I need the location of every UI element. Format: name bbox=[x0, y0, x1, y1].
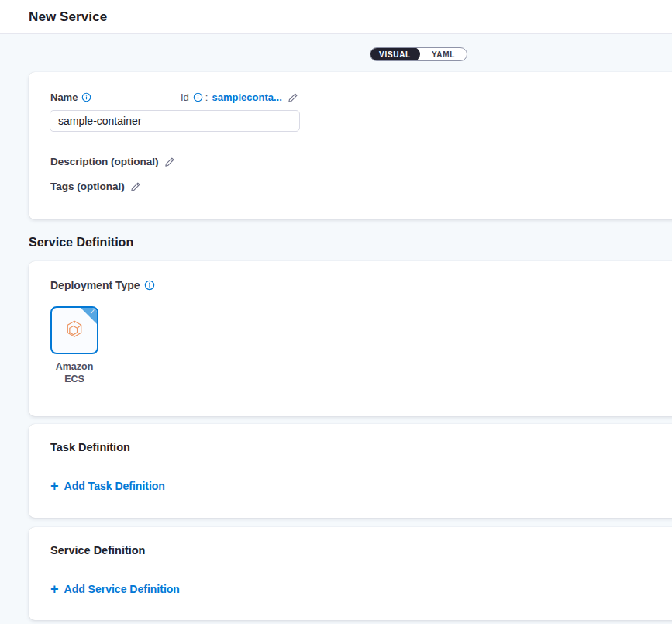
add-service-definition-button[interactable]: + Add Service Definition bbox=[50, 583, 180, 595]
add-task-definition-label: Add Task Definition bbox=[64, 480, 165, 492]
check-icon: ✓ bbox=[89, 308, 95, 315]
edit-id-icon[interactable] bbox=[288, 92, 298, 103]
deployment-type-info-icon[interactable] bbox=[144, 280, 155, 291]
deployment-type-label: Deployment Type bbox=[50, 279, 140, 291]
task-definition-heading: Task Definition bbox=[50, 441, 130, 453]
add-task-definition-button[interactable]: + Add Task Definition bbox=[50, 480, 165, 492]
deployment-type-label-row: Deployment Type bbox=[50, 279, 155, 291]
tags-label: Tags (optional) bbox=[50, 181, 125, 192]
name-input[interactable] bbox=[50, 110, 300, 132]
name-info-icon[interactable] bbox=[81, 92, 91, 102]
description-label: Description (optional) bbox=[50, 156, 159, 167]
service-definition-card-heading: Service Definition bbox=[50, 544, 145, 557]
id-row: Id : sampleconta... bbox=[181, 91, 298, 103]
id-label: Id bbox=[181, 91, 189, 103]
visual-yaml-toggle: VISUAL YAML bbox=[370, 47, 467, 61]
tags-row: Tags (optional) bbox=[50, 181, 141, 192]
page-title: New Service bbox=[29, 9, 107, 25]
add-service-definition-label: Add Service Definition bbox=[64, 583, 180, 595]
page-header: New Service bbox=[0, 0, 672, 34]
name-label: Name bbox=[50, 91, 78, 103]
deployment-type-amazon-ecs-tile[interactable]: ✓ bbox=[50, 306, 98, 354]
plus-icon: + bbox=[50, 481, 59, 491]
name-label-row: Name bbox=[50, 91, 91, 103]
id-separator: : bbox=[205, 91, 208, 103]
plus-icon: + bbox=[50, 584, 59, 595]
edit-tags-icon[interactable] bbox=[130, 181, 141, 192]
id-info-icon[interactable] bbox=[193, 92, 203, 102]
service-overview-card: Name Id : sampleconta... Description (op… bbox=[29, 72, 672, 219]
deployment-type-name: Amazon ECS bbox=[49, 360, 100, 385]
new-service-page: New Service VISUAL YAML Name Id : sample… bbox=[0, 0, 672, 624]
deployment-type-card: Deployment Type ✓ Amazon ECS bbox=[29, 261, 672, 416]
toggle-visual[interactable]: VISUAL bbox=[370, 47, 420, 61]
task-definition-card: Task Definition + Add Task Definition bbox=[29, 424, 672, 518]
id-value: sampleconta... bbox=[212, 91, 281, 103]
service-definition-card: Service Definition + Add Service Definit… bbox=[29, 527, 672, 620]
toggle-yaml[interactable]: YAML bbox=[420, 48, 467, 60]
edit-description-icon[interactable] bbox=[164, 157, 175, 167]
description-row: Description (optional) bbox=[50, 156, 175, 167]
service-definition-heading: Service Definition bbox=[29, 236, 133, 250]
